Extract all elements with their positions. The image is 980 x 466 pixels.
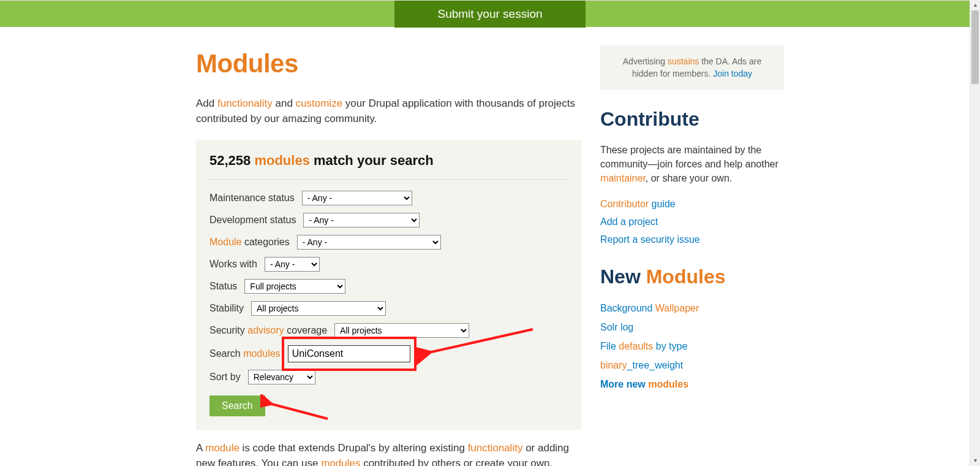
development-status-label: Development status [209, 213, 296, 227]
top-banner: Submit your session [0, 0, 980, 27]
search-button-label: Search [222, 400, 253, 411]
works-with-select[interactable]: - Any - [265, 257, 320, 272]
new-module-item[interactable]: Background Wallpaper [600, 301, 784, 315]
new-module-item[interactable]: File defaults by type [600, 339, 784, 353]
module-categories-label: Module categories [209, 235, 290, 249]
search-modules-input[interactable] [288, 345, 410, 362]
new-modules-heading: New Modules [600, 262, 784, 291]
join-today-link[interactable]: Join today [713, 69, 752, 78]
security-coverage-select[interactable]: All projects [334, 323, 469, 338]
modules-link-in-label[interactable]: modules [243, 348, 280, 359]
report-security-link[interactable]: Report a security issue [600, 232, 784, 246]
contribute-links: Contributor guide Add a project Report a… [600, 197, 784, 247]
scrollbar-thumb[interactable] [971, 10, 979, 84]
module-def-link[interactable]: module [205, 442, 239, 454]
add-project-link[interactable]: Add a project [600, 215, 784, 229]
search-button[interactable]: Search [209, 395, 265, 416]
ad-notice: Advertising sustains the DA. Ads are hid… [600, 45, 784, 90]
status-label: Status [209, 279, 237, 293]
contribute-heading: Contribute [600, 105, 784, 133]
functionality-link[interactable]: functionality [217, 97, 273, 109]
contribute-paragraph: These projects are maintained by the com… [600, 143, 784, 186]
stability-label: Stability [209, 301, 244, 315]
new-module-item[interactable]: binary_tree_weight [600, 358, 784, 372]
page-title: Modules [196, 45, 582, 83]
intro-text: Add functionality and customize your Dru… [196, 96, 582, 126]
maintenance-status-select[interactable]: - Any - [302, 191, 412, 205]
advisory-link[interactable]: advisory [247, 325, 284, 335]
search-modules-label: Search modules [209, 346, 281, 361]
scroll-up-icon[interactable]: ▴ [970, 0, 980, 10]
development-status-select[interactable]: - Any - [303, 213, 420, 227]
customize-link[interactable]: customize [296, 97, 343, 109]
modules-link-2[interactable]: modules [321, 457, 360, 466]
submit-session-label: Submit your session [437, 6, 542, 23]
security-coverage-label: Security advisory coverage [209, 323, 327, 337]
more-new-modules-link[interactable]: More new modules [600, 377, 784, 391]
scroll-down-icon[interactable]: ▾ [970, 456, 980, 466]
sustains-link[interactable]: sustains [668, 56, 699, 66]
search-card: 52,258 modules match your search Mainten… [196, 140, 582, 430]
scrollbar[interactable]: ▴ ▾ [970, 0, 980, 466]
maintainer-link[interactable]: maintainer [600, 173, 646, 183]
module-link[interactable]: Module [209, 237, 241, 247]
works-with-label: Works with [209, 257, 257, 271]
new-module-item[interactable]: Solr log [600, 320, 784, 334]
sort-by-label: Sort by [209, 370, 241, 384]
sort-by-select[interactable]: Relevancy [248, 370, 315, 384]
result-word-modules: modules [254, 153, 309, 168]
below-description: A module is code that extends Drupal's b… [196, 441, 582, 466]
search-heading: 52,258 modules match your search [209, 151, 568, 180]
module-categories-select[interactable]: - Any - [297, 235, 441, 250]
maintenance-status-label: Maintenance status [209, 191, 295, 205]
new-modules-list: Background Wallpaper Solr log File defau… [600, 301, 784, 392]
submit-session-button[interactable]: Submit your session [394, 1, 585, 28]
stability-select[interactable]: All projects [251, 301, 386, 316]
result-count: 52,258 [209, 153, 251, 168]
status-select[interactable]: Full projects [244, 279, 345, 294]
contributor-guide-link[interactable]: Contributor guide [600, 197, 784, 211]
functionality-link-2[interactable]: functionality [468, 442, 523, 454]
